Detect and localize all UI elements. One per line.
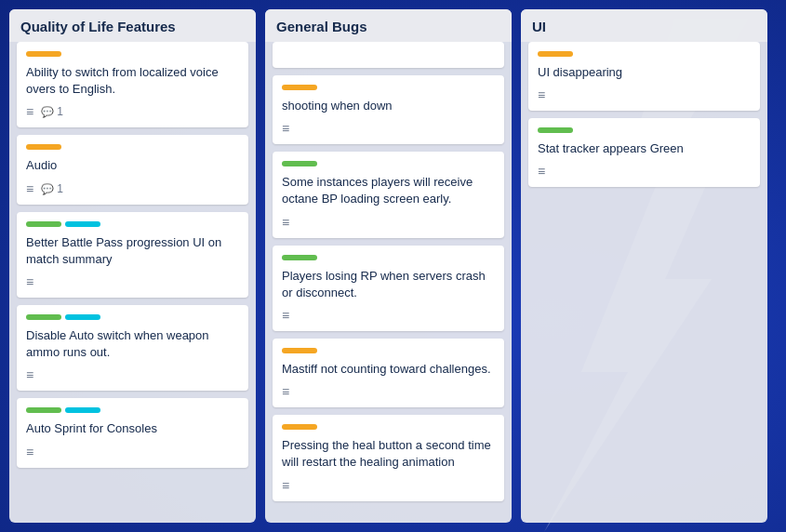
card-title: Audio [26, 157, 239, 174]
label-green [26, 221, 61, 227]
label-cyan [65, 314, 100, 320]
card-title: Players losing RP when servers crash or … [282, 268, 495, 301]
column-col-bugs: General Bugsshooting when downSome insta… [265, 9, 512, 523]
card[interactable] [273, 42, 504, 68]
column-col-ui: UIUI disappearingStat tracker appears Gr… [521, 9, 767, 523]
description-icon [26, 103, 33, 120]
column-title: General Bugs [265, 9, 512, 42]
description-icon [282, 383, 289, 400]
card-labels [538, 51, 751, 57]
label-yellow [282, 348, 317, 353]
comment-bubble-icon [41, 105, 54, 118]
label-green [538, 127, 573, 133]
description-icon [26, 366, 33, 383]
card[interactable]: Better Battle Pass progression UI on mat… [17, 212, 248, 298]
card-labels [26, 407, 239, 413]
card[interactable]: Some instances players will receive octa… [273, 152, 504, 237]
card-labels [26, 314, 239, 320]
card[interactable]: Disable Auto switch when weapon ammo run… [17, 305, 248, 391]
card-footer [282, 307, 495, 324]
label-yellow [26, 144, 61, 150]
description-icon [282, 307, 289, 324]
card-title: Mastiff not counting toward challenges. [282, 361, 495, 378]
comment-count: 1 [41, 182, 63, 195]
board-container: Quality of Life FeaturesAbility to switc… [0, 0, 786, 532]
label-green [26, 407, 61, 413]
column-title: UI [521, 9, 767, 42]
card-labels [282, 85, 495, 90]
description-icon [538, 163, 545, 180]
label-yellow [282, 85, 317, 90]
label-cyan [65, 221, 100, 227]
card-title: Auto Sprint for Consoles [26, 420, 239, 437]
card[interactable]: UI disappearing [528, 42, 760, 111]
card-labels [26, 51, 239, 57]
cards-container: shooting when downSome instances players… [265, 42, 512, 523]
card-labels [538, 127, 751, 133]
cards-container: Ability to switch from localized voice o… [9, 42, 256, 523]
card-footer: 1 [26, 180, 239, 197]
card-footer [282, 214, 495, 231]
label-green [282, 161, 317, 166]
card-title: Pressing the heal button a second time w… [282, 437, 495, 471]
label-cyan [65, 407, 100, 413]
comment-count: 1 [41, 105, 63, 118]
card-title: Some instances players will receive octa… [282, 174, 495, 207]
card-labels [26, 144, 239, 150]
cards-container: UI disappearingStat tracker appears Gree… [521, 42, 767, 523]
description-icon [282, 120, 289, 137]
card-title: Ability to switch from localized voice o… [26, 64, 239, 98]
card-title: Better Battle Pass progression UI on mat… [26, 234, 239, 268]
card[interactable]: Pressing the heal button a second time w… [273, 415, 504, 500]
label-yellow [282, 424, 317, 430]
card-labels [282, 255, 495, 260]
card[interactable]: Players losing RP when servers crash or … [273, 246, 504, 331]
description-icon [26, 180, 33, 197]
label-green [26, 314, 61, 320]
card-footer [26, 444, 239, 460]
card-footer [282, 383, 495, 400]
label-green [282, 255, 317, 260]
card-footer [282, 477, 495, 494]
card-title: shooting when down [282, 98, 495, 114]
comment-bubble-icon [41, 182, 54, 195]
card-footer [538, 86, 751, 103]
card-title: Stat tracker appears Green [538, 140, 751, 157]
card[interactable]: Audio 1 [17, 135, 248, 204]
description-icon [282, 477, 289, 494]
card-labels [282, 161, 495, 166]
card-footer: 1 [26, 103, 239, 120]
description-icon [26, 273, 33, 290]
column-title: Quality of Life Features [9, 9, 256, 42]
card-title: Disable Auto switch when weapon ammo run… [26, 327, 239, 361]
description-icon [26, 444, 33, 460]
card-footer [26, 273, 239, 290]
card-footer [282, 120, 495, 137]
label-yellow [538, 51, 573, 57]
card[interactable]: Ability to switch from localized voice o… [17, 42, 248, 127]
label-yellow [26, 51, 61, 57]
card-footer [26, 366, 239, 383]
card-labels [282, 348, 495, 353]
card-labels [282, 424, 495, 430]
card-title: UI disappearing [538, 64, 751, 81]
column-col-qol: Quality of Life FeaturesAbility to switc… [9, 9, 256, 523]
card-labels [26, 221, 239, 227]
card[interactable]: Stat tracker appears Green [528, 118, 760, 187]
card-footer [538, 163, 751, 180]
card[interactable]: Mastiff not counting toward challenges. [273, 339, 504, 407]
description-icon [538, 86, 545, 103]
card[interactable]: shooting when down [273, 75, 504, 144]
description-icon [282, 214, 289, 231]
card[interactable]: Auto Sprint for Consoles [17, 398, 248, 467]
